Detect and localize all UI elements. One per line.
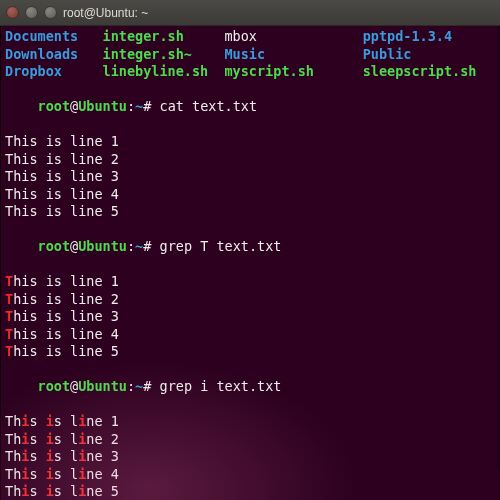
ls-entry: Public bbox=[363, 46, 412, 62]
grep-match: i bbox=[21, 483, 29, 499]
grep-match: i bbox=[21, 413, 29, 429]
output-line: This is line 2 bbox=[5, 291, 495, 309]
output-line: This is line 4 bbox=[5, 326, 495, 344]
grep-match: T bbox=[5, 308, 13, 324]
ls-entry: Downloads bbox=[5, 46, 78, 62]
maximize-icon[interactable] bbox=[44, 6, 57, 19]
output-line: This is line 5 bbox=[5, 343, 495, 361]
output-line: This is line 1 bbox=[5, 273, 495, 291]
grep-match: T bbox=[5, 273, 13, 289]
ls-entry: Documents bbox=[5, 28, 78, 44]
ls-row: Documents integer.sh mbox pptpd-1.3.4 Vi bbox=[5, 28, 495, 46]
output-line: This is line 4 bbox=[5, 466, 495, 484]
output-line: This is line 3 bbox=[5, 168, 495, 186]
ls-entry: integer.sh~ bbox=[103, 46, 192, 62]
ls-row: Downloads integer.sh~ Music Public wh bbox=[5, 46, 495, 64]
grep-match: i bbox=[21, 466, 29, 482]
grep-match: T bbox=[5, 291, 13, 307]
grep-match: i bbox=[46, 483, 54, 499]
grep-match: i bbox=[46, 413, 54, 429]
grep-match: T bbox=[5, 326, 13, 342]
ls-entry: sleepscript.sh bbox=[363, 63, 477, 79]
ls-entry: linebyline.sh bbox=[103, 63, 209, 79]
grep-match: i bbox=[21, 448, 29, 464]
command-text: grep T text.txt bbox=[160, 238, 282, 254]
grep-match: i bbox=[46, 466, 54, 482]
command-text: grep i text.txt bbox=[160, 378, 282, 394]
grep-match: i bbox=[21, 431, 29, 447]
grep-match: i bbox=[78, 448, 86, 464]
window-titlebar[interactable]: root@Ubuntu: ~ bbox=[0, 0, 500, 26]
output-line: This is line 4 bbox=[5, 186, 495, 204]
grep-match: i bbox=[78, 413, 86, 429]
window-title: root@Ubuntu: ~ bbox=[63, 6, 148, 20]
ls-entry: Music bbox=[224, 46, 265, 62]
output-line: This is line 3 bbox=[5, 448, 495, 466]
command-text: cat text.txt bbox=[160, 98, 258, 114]
minimize-icon[interactable] bbox=[25, 6, 38, 19]
grep-match: i bbox=[78, 466, 86, 482]
close-icon[interactable] bbox=[6, 6, 19, 19]
ls-entry: integer.sh bbox=[103, 28, 184, 44]
output-line: This is line 3 bbox=[5, 308, 495, 326]
output-line: This is line 5 bbox=[5, 203, 495, 221]
output-line: This is line 1 bbox=[5, 133, 495, 151]
ls-entry: pptpd-1.3.4 bbox=[363, 28, 452, 44]
grep-match: i bbox=[78, 483, 86, 499]
prompt-line: root@Ubuntu:~# cat text.txt bbox=[5, 81, 495, 134]
grep-match: i bbox=[46, 431, 54, 447]
ls-entry: myscript.sh bbox=[224, 63, 313, 79]
output-line: This is line 2 bbox=[5, 431, 495, 449]
grep-match: i bbox=[78, 431, 86, 447]
output-line: This is line 2 bbox=[5, 151, 495, 169]
prompt-line: root@Ubuntu:~# grep T text.txt bbox=[5, 221, 495, 274]
prompt-line: root@Ubuntu:~# grep i text.txt bbox=[5, 361, 495, 414]
ls-entry: mbox bbox=[224, 28, 257, 44]
ls-row: Dropbox linebyline.sh myscript.sh sleeps… bbox=[5, 63, 495, 81]
grep-match: i bbox=[46, 448, 54, 464]
output-line: This is line 1 bbox=[5, 413, 495, 431]
ls-entry: Dropbox bbox=[5, 63, 62, 79]
output-line: This is line 5 bbox=[5, 483, 495, 500]
grep-match: T bbox=[5, 343, 13, 359]
terminal[interactable]: Documents integer.sh mbox pptpd-1.3.4 Vi… bbox=[0, 26, 500, 500]
